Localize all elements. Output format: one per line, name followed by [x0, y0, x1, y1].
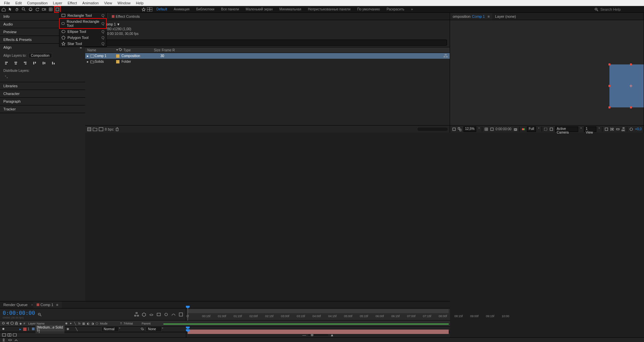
- layer-expand-icon[interactable]: ▸: [19, 327, 22, 331]
- selection-tool[interactable]: [7, 6, 13, 12]
- layer-lock-toggle[interactable]: [14, 327, 18, 331]
- align-right-icon[interactable]: [22, 60, 28, 66]
- views-dropdown[interactable]: 1 View: [584, 127, 596, 132]
- col-mode[interactable]: Mode: [100, 322, 120, 325]
- zoom-arrow-icon[interactable]: ˅: [478, 127, 480, 131]
- 3d-col-icon[interactable]: ⬡: [95, 322, 99, 325]
- project-search[interactable]: [88, 40, 447, 46]
- layer-audio-toggle[interactable]: [6, 327, 9, 331]
- panel-menu-icon[interactable]: ≡: [488, 14, 490, 18]
- layer-tab[interactable]: Layer (none): [492, 13, 518, 20]
- workspace-overflow[interactable]: »: [408, 6, 416, 12]
- workspace-libraries[interactable]: Библиотеки: [194, 6, 217, 12]
- dropdown-arrow-icon[interactable]: ▼: [117, 22, 120, 26]
- expand-icon[interactable]: ▸: [85, 54, 90, 58]
- workspace-minimal[interactable]: Минимальная: [277, 6, 304, 12]
- pixel-aspect-icon[interactable]: [604, 127, 608, 131]
- transparency-grid-icon[interactable]: [490, 127, 494, 131]
- delete-icon[interactable]: [115, 127, 119, 131]
- menu-composition[interactable]: Composition: [24, 0, 50, 6]
- comp-mini-flowchart-icon[interactable]: [134, 312, 139, 317]
- cam-arrow-icon[interactable]: ˅: [580, 127, 582, 131]
- search-input[interactable]: [600, 7, 641, 11]
- col-parent[interactable]: Parent: [142, 322, 162, 325]
- layer-duration-bar[interactable]: [188, 330, 449, 334]
- align-hcenter-icon[interactable]: [13, 60, 19, 66]
- rotation-tool[interactable]: [34, 6, 40, 12]
- timeline-comp-tab[interactable]: Comp 1 ≡: [33, 301, 62, 308]
- channel-icon[interactable]: [522, 127, 525, 131]
- tracker-panel-header[interactable]: Tracker: [0, 105, 85, 113]
- col-type[interactable]: Type: [123, 48, 147, 52]
- menu-file[interactable]: File: [1, 0, 13, 6]
- magnification-icon[interactable]: [458, 127, 461, 131]
- work-area-bar[interactable]: [188, 309, 449, 313]
- workspace-default[interactable]: Default: [154, 6, 170, 12]
- layer-parent-dropdown[interactable]: None: [146, 327, 162, 332]
- anchor-point-icon[interactable]: [629, 84, 633, 88]
- project-row-solids[interactable]: ▸ Solids Folder: [85, 59, 450, 64]
- workspace-paint[interactable]: Раскрасить: [384, 6, 407, 12]
- fx-col-icon[interactable]: fx: [78, 322, 81, 325]
- workspace-layout-icon[interactable]: [147, 7, 152, 11]
- layer-solo-toggle[interactable]: [10, 327, 14, 331]
- pan-behind-tool[interactable]: [48, 6, 54, 12]
- graph-editor-icon[interactable]: [171, 312, 176, 317]
- roi-icon[interactable]: [544, 127, 547, 131]
- menu-edit[interactable]: Edit: [13, 0, 24, 6]
- workspace-small-screen[interactable]: Маленький экран: [243, 6, 276, 12]
- expand-icon[interactable]: ▸: [85, 60, 90, 63]
- character-panel-header[interactable]: Character: [0, 90, 85, 97]
- snapshot-icon[interactable]: [513, 127, 517, 131]
- rounded-rectangle-tool-item[interactable]: Rounded Rectangle Tool Q: [59, 18, 106, 29]
- render-queue-tab[interactable]: Render Queue: [0, 301, 31, 308]
- flowchart-icon[interactable]: [444, 54, 450, 58]
- col-index[interactable]: #: [22, 322, 28, 325]
- exposure-reset-icon[interactable]: [629, 127, 633, 131]
- toggle-transparency-icon[interactable]: [549, 127, 553, 131]
- status-bones-icon[interactable]: [14, 338, 18, 342]
- selected-solid-shape[interactable]: [609, 64, 644, 107]
- shy-col-icon[interactable]: ✱: [64, 322, 68, 325]
- camera-tool[interactable]: [41, 6, 47, 12]
- panel-menu-icon[interactable]: ≡: [56, 303, 58, 307]
- align-top-icon[interactable]: [32, 60, 38, 66]
- workspace-animation[interactable]: Анимация: [171, 6, 192, 12]
- menu-view[interactable]: View: [101, 0, 115, 6]
- composition-viewport[interactable]: [450, 20, 644, 125]
- timeline-icon[interactable]: [616, 127, 620, 131]
- col-trkmat[interactable]: T .TrkMat: [120, 322, 142, 325]
- brainstorm-icon[interactable]: [179, 312, 183, 317]
- home-icon[interactable]: [1, 6, 7, 12]
- project-row-comp1[interactable]: ▸ Comp 1 Composition 30: [85, 53, 450, 59]
- zoom-tool[interactable]: [21, 6, 27, 12]
- layer-quality[interactable]: ╲: [75, 327, 78, 331]
- timeline-search-icon[interactable]: [38, 312, 42, 316]
- resolution-dropdown[interactable]: Full: [527, 127, 536, 132]
- col-name[interactable]: Name: [85, 48, 115, 52]
- align-to-dropdown[interactable]: Composition: [29, 53, 52, 58]
- playhead[interactable]: [188, 308, 188, 321]
- adjustment-col-icon[interactable]: ◑: [91, 322, 94, 325]
- menu-window[interactable]: Window: [115, 0, 133, 6]
- workspace-default-ru[interactable]: По умолчанию: [354, 6, 383, 12]
- orbit-tool[interactable]: [28, 6, 34, 12]
- always-preview-icon[interactable]: [452, 127, 456, 131]
- col-size[interactable]: Size: [147, 48, 160, 52]
- exposure-value[interactable]: +0,0: [635, 127, 642, 131]
- resolution-grid-icon[interactable]: [484, 127, 488, 131]
- resize-handle-bl[interactable]: [608, 106, 610, 108]
- label-color-swatch[interactable]: [116, 60, 119, 63]
- sort-arrow-icon[interactable]: [115, 48, 119, 52]
- layer-shy[interactable]: ✱: [66, 327, 69, 331]
- star-favorite-icon[interactable]: [142, 7, 146, 11]
- motion-blur-icon[interactable]: [164, 312, 168, 317]
- res-arrow-icon[interactable]: ˅: [538, 127, 540, 131]
- menu-effect[interactable]: Effect: [65, 0, 80, 6]
- current-timecode[interactable]: 0:00:00:00: [3, 310, 35, 316]
- frame-blend-icon[interactable]: [156, 312, 161, 317]
- label-col-icon[interactable]: ◆: [19, 322, 22, 325]
- ellipse-tool-item[interactable]: Ellipse Tool Q: [59, 29, 106, 35]
- timeline-ruler-area[interactable]: 0f00:15f01:00f01:15f02:00f02:15f03:00f03…: [186, 308, 450, 320]
- flowchart-icon[interactable]: [622, 127, 625, 131]
